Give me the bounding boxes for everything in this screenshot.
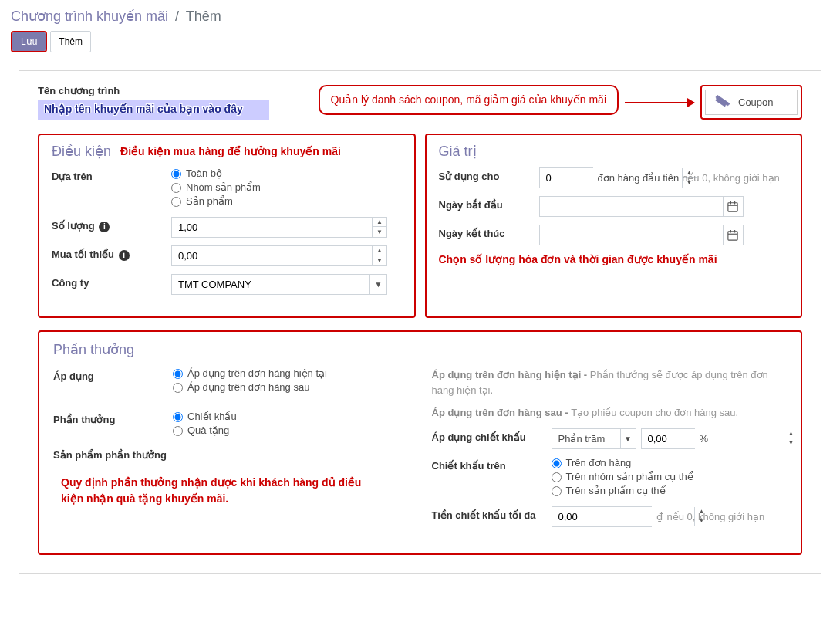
reward-title: Phần thưởng [53, 341, 787, 358]
breadcrumb-sep: / [175, 8, 179, 24]
usefor-note: nếu 0, không giới hạn [682, 172, 780, 184]
enddate-row: Ngày kết thúc [439, 225, 789, 245]
conditions-annot: Điều kiện mua hàng để hưởng khuyến mãi [120, 145, 341, 157]
startdate-label: Ngày bắt đầu [439, 196, 539, 211]
callout-arrow [625, 102, 694, 103]
reward-annot: Quy định phần thưởng nhận được khi khách… [53, 475, 385, 507]
chevron-down-icon[interactable]: ▼ [620, 429, 636, 448]
usefor-suffix: đơn hàng đầu tiên [598, 172, 680, 184]
discount-value-field[interactable] [642, 429, 784, 448]
discounton-row: Chiết khấu trên Trên đơn hàng Trên nhóm … [432, 457, 788, 499]
breadcrumb: Chương trình khuyến mãi / Thêm [11, 6, 829, 26]
company-label: Công ty [52, 274, 171, 289]
save-highlight: Lưu [11, 31, 47, 52]
based-on-group[interactable]: Nhóm sản phẩm [171, 181, 402, 193]
ticket-icon [715, 95, 730, 110]
help-next: Áp dụng trên đơn hàng sau - Tạo phiếu co… [432, 405, 788, 421]
coupon-label: Coupon [738, 96, 774, 108]
discount-apply-label: Áp dụng chiết khấu [432, 428, 552, 443]
discounton-label: Chiết khấu trên [432, 457, 552, 472]
company-field[interactable] [172, 275, 369, 294]
qty-label: Số lượng i [52, 217, 171, 232]
coupon-callout: Quản lý danh sách coupon, mã giảm giá củ… [319, 85, 619, 115]
rewardproduct-label: Sản phẩm phần thưởng [53, 446, 173, 461]
discounton-product[interactable]: Trên sản phẩm cụ thể [552, 485, 788, 496]
reward-grid: Áp dụng Áp dụng trên đơn hàng hiện tại Á… [53, 367, 787, 535]
usefor-label: Sử dụng cho [439, 167, 539, 182]
company-select[interactable]: ▼ [171, 274, 387, 295]
rewardtype-gift[interactable]: Quà tặng [173, 424, 409, 436]
help-current: Áp dụng trên đơn hàng hiện tại - Phần th… [432, 367, 788, 397]
program-name-annot: Nhập tên khuyến mãi của bạn vào đây [44, 103, 243, 115]
value-title: Giá trị [439, 143, 477, 160]
program-name-label: Tên chương trình [38, 85, 269, 96]
rewardtype-discount[interactable]: Chiết khấu [173, 411, 409, 422]
discount-apply-row: Áp dụng chiết khấu Phần trăm ▼ ▲▼ % [432, 428, 788, 449]
based-on-label: Dựa trên [52, 167, 171, 182]
qty-field[interactable] [172, 218, 372, 237]
save-button[interactable]: Lưu [12, 32, 46, 51]
maxdiscount-row: Tiền chiết khấu tối đa ▲▼ ₫ nếu 0, không… [432, 506, 788, 527]
svg-rect-4 [728, 231, 737, 239]
value-annot: Chọn số lượng hóa đơn và thời gian được … [439, 253, 789, 265]
discount-value-input[interactable]: ▲▼ [641, 428, 695, 449]
maxdiscount-note: nếu 0, không giới hạn [667, 511, 765, 522]
discount-unit: % [700, 433, 709, 445]
info-icon[interactable]: i [99, 222, 110, 232]
based-on-product[interactable]: Sản phẩm [171, 195, 402, 207]
discounton-order[interactable]: Trên đơn hàng [552, 457, 788, 468]
based-on-row: Dựa trên Toàn bộ Nhóm sản phẩm Sản phẩm [52, 167, 402, 209]
reward-panel: Phần thưởng Áp dụng Áp dụng trên đơn hàn… [38, 330, 802, 555]
usefor-input[interactable]: ▲▼ [539, 167, 593, 188]
rewardproduct-row: Sản phẩm phần thưởng [53, 446, 409, 461]
action-buttons: Lưu Thêm [11, 31, 829, 52]
startdate-field[interactable] [540, 197, 723, 216]
discount-type-select[interactable]: Phần trăm ▼ [552, 428, 636, 449]
qty-input[interactable]: ▲▼ [171, 217, 387, 238]
calendar-icon[interactable] [723, 225, 743, 245]
rewardtype-label: Phần thưởng [53, 411, 173, 425]
svg-rect-0 [728, 202, 737, 211]
chevron-down-icon[interactable]: ▼ [369, 275, 386, 294]
program-name-block: Tên chương trình Nhập tên khuyến mãi của… [38, 85, 269, 120]
currency-symbol: ₫ [656, 511, 663, 522]
header-section: Tên chương trình Nhập tên khuyến mãi của… [38, 85, 802, 120]
maxdiscount-input[interactable]: ▲▼ [552, 506, 652, 527]
usefor-row: Sử dụng cho ▲▼ đơn hàng đầu tiên nếu 0, … [439, 167, 789, 188]
discounton-group[interactable]: Trên nhóm sản phẩm cụ thể [552, 471, 788, 482]
based-on-all[interactable]: Toàn bộ [171, 167, 402, 179]
enddate-label: Ngày kết thúc [439, 225, 539, 239]
spin-up-icon[interactable]: ▲ [373, 246, 386, 255]
spin-down-icon[interactable]: ▼ [373, 227, 386, 236]
reward-left-col: Áp dụng Áp dụng trên đơn hàng hiện tại Á… [53, 367, 409, 535]
apply-next[interactable]: Áp dụng trên đơn hàng sau [173, 381, 409, 393]
coupon-highlight: Coupon [700, 85, 802, 120]
form-card: Tên chương trình Nhập tên khuyến mãi của… [19, 70, 821, 574]
add-button[interactable]: Thêm [50, 31, 91, 52]
startdate-row: Ngày bắt đầu [439, 196, 789, 217]
enddate-field[interactable] [540, 225, 723, 245]
calendar-icon[interactable] [723, 197, 743, 216]
minbuy-field[interactable] [172, 246, 372, 265]
rewardtype-row: Phần thưởng Chiết khấu Quà tặng [53, 411, 409, 438]
breadcrumb-root[interactable]: Chương trình khuyến mãi [11, 8, 168, 24]
enddate-input[interactable] [539, 225, 744, 245]
minbuy-input[interactable]: ▲▼ [171, 245, 387, 266]
minbuy-label: Mua tối thiểu i [52, 245, 171, 261]
conditions-value-row: Điều kiện Điều kiện mua hàng để hưởng kh… [38, 134, 802, 318]
company-row: Công ty ▼ [52, 274, 402, 295]
apply-row: Áp dụng Áp dụng trên đơn hàng hiện tại Á… [53, 367, 409, 395]
spin-down-icon[interactable]: ▼ [784, 438, 798, 448]
apply-current[interactable]: Áp dụng trên đơn hàng hiện tại [173, 367, 409, 379]
conditions-panel: Điều kiện Điều kiện mua hàng để hưởng kh… [38, 134, 416, 318]
startdate-input[interactable] [539, 196, 744, 217]
info-icon[interactable]: i [119, 250, 130, 261]
coupon-button[interactable]: Coupon [705, 90, 798, 115]
spin-up-icon[interactable]: ▲ [373, 218, 386, 227]
spin-down-icon[interactable]: ▼ [373, 255, 386, 265]
qty-row: Số lượng i ▲▼ [52, 217, 402, 238]
spin-up-icon[interactable]: ▲ [784, 429, 798, 438]
conditions-title: Điều kiện [52, 143, 111, 160]
content-area: Tên chương trình Nhập tên khuyến mãi của… [0, 56, 840, 588]
program-name-input[interactable]: Nhập tên khuyến mãi của bạn vào đây [38, 100, 269, 120]
